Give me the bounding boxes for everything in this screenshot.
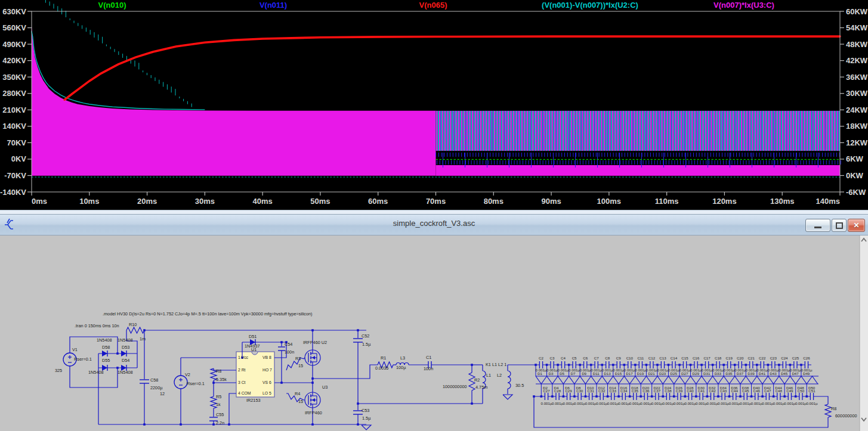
schematic-label: U3 <box>322 385 328 390</box>
schematic-label: 1m <box>140 336 146 342</box>
x-tick-label: 130ms <box>770 197 794 206</box>
schematic-label: C52 <box>362 333 369 339</box>
minimize-button[interactable] <box>805 219 830 232</box>
ladder-diode-label: D17 <box>626 371 633 376</box>
ladder-diode-label: D2 <box>543 386 548 390</box>
scrollbar-track[interactable] <box>860 235 868 431</box>
ltspice-app: 630KV560KV490KV420KV350KV280KV210KV140KV… <box>0 0 868 431</box>
schematic-label: 1.5µ <box>362 416 371 421</box>
ladder-cap-label: C23 <box>770 356 777 360</box>
ladder-diode-label: D30 <box>698 386 705 390</box>
ladder-cap-label: C15 <box>681 356 688 360</box>
x-tick-label: 110ms <box>655 197 679 206</box>
ladder-diode-label: D13 <box>604 371 611 376</box>
y-right-tick-label: -6KW <box>846 188 866 197</box>
ladder-cap-label: C13 <box>659 356 666 360</box>
schematic-label: C1 <box>426 355 431 360</box>
ladder-cap-label: C10 <box>626 356 634 360</box>
ladder-diode-label: D33 <box>715 371 722 376</box>
ic-pin-label: HO 7 <box>262 368 272 372</box>
ladder-cap-value: 0.001µ <box>795 401 807 405</box>
y-right-tick-label: 18KW <box>846 122 868 131</box>
schematic-titlebar[interactable]: simple_cockroft_V3.asc ✕ <box>0 215 868 235</box>
ic-pin-label: VB 8 <box>262 355 271 359</box>
x-tick-label: 0ms <box>32 197 47 206</box>
x-tick-label: 10ms <box>79 197 99 206</box>
schematic-label: 5.35k <box>216 377 227 382</box>
ladder-cap-value: 0.001µ <box>674 401 685 405</box>
y-right-tick-label: 48KW <box>846 40 868 49</box>
y-left-tick-label: -70KV <box>4 171 26 180</box>
ladder-diode-label: D35 <box>725 371 733 376</box>
schematic-label: 15 <box>298 363 303 368</box>
ladder-cap-value: 0.001µ <box>596 401 607 405</box>
schematic-label: 100µ <box>396 365 406 370</box>
y-left-tick-label: 420KV <box>2 56 26 65</box>
restore-icon <box>836 222 843 229</box>
ladder-diode-label: D38 <box>742 386 749 390</box>
legend-item: V(n065) <box>419 1 447 10</box>
window-controls: ✕ <box>805 219 865 232</box>
schematic-label: R4 <box>295 391 300 396</box>
window-top-strip <box>0 210 868 215</box>
ladder-diode-label: D8 <box>576 386 581 390</box>
ladder-cap-label: C3 <box>550 356 555 360</box>
ladder-cap-value: 0.001µ <box>618 401 629 405</box>
trace-magenta-lower-band <box>436 165 841 176</box>
ladder-diode-label: D24 <box>665 386 672 390</box>
ladder-diode-label: D37 <box>737 371 744 376</box>
x-tick-label: 120ms <box>712 197 736 206</box>
ladder-diode-label: D32 <box>709 386 716 390</box>
y-right-tick-label: 36KW <box>846 73 868 82</box>
ladder-diode-label: D11 <box>593 371 600 376</box>
schematic-label: 30.5 <box>515 383 524 388</box>
schematic-label: R8 <box>216 368 221 374</box>
restore-button[interactable] <box>832 219 847 232</box>
ladder-diode-label: D45 <box>781 371 788 376</box>
schematic-label: 0.0035 <box>375 365 388 371</box>
x-tick-label: 70ms <box>426 197 446 206</box>
ladder-diode-label: D18 <box>631 386 638 390</box>
ladder-cap-value: 0.001µ <box>684 401 696 405</box>
ladder-diode-label: D4 <box>554 386 559 390</box>
ladder-diode-label: D47 <box>792 371 799 376</box>
ladder-diode-label: D3 <box>549 371 554 376</box>
ladder-cap-label: C14 <box>671 356 678 360</box>
schematic-label: 1000000000 <box>443 384 467 389</box>
ladder-diode-label: D9 <box>582 371 586 376</box>
schematic-label: L2 <box>497 373 502 378</box>
schematic-label: IR2153 <box>246 398 261 403</box>
y-right-tick-label: 0KW <box>846 171 864 180</box>
schematic-label: 600000000 <box>835 413 857 418</box>
ladder-cap-value: 0.001µ <box>707 401 718 405</box>
x-tick-label: 90ms <box>541 197 561 206</box>
ladder-diode-label: D39 <box>747 371 755 376</box>
y-right-tick-label: 30KW <box>846 89 868 98</box>
x-tick-label: 140ms <box>816 197 840 206</box>
schematic-label: D55 <box>102 358 110 363</box>
ladder-cap-label: C22 <box>759 356 766 360</box>
schematic-label: 2.2n <box>216 420 224 426</box>
ladder-diode-label: D49 <box>803 371 810 376</box>
ladder-diode-label: D19 <box>637 371 644 376</box>
schematic-label: .tran 0 150ms 0ms 10n <box>75 323 119 328</box>
ladder-cap-value: 0.001µ <box>585 401 597 405</box>
x-tick-label: 80ms <box>484 197 503 206</box>
schematic-label: 1N5408 <box>118 370 133 375</box>
schematic-label: 4.75m <box>475 385 487 390</box>
ladder-diode-label: D43 <box>770 371 777 376</box>
schematic-label: 100n <box>285 349 294 355</box>
ladder-cap-label: C18 <box>715 356 722 360</box>
y-left-tick-label: 350KV <box>2 73 26 82</box>
x-tick-label: 20ms <box>137 197 157 206</box>
x-tick-label: 50ms <box>310 197 330 206</box>
ladder-cap-value: 0.001µ <box>751 401 762 405</box>
ladder-diode-label: D27 <box>681 371 688 376</box>
ladder-cap-label: C24 <box>781 356 788 360</box>
close-button[interactable]: ✕ <box>848 219 865 232</box>
legend-item: V(n011) <box>260 1 287 10</box>
ladder-diode-label: D26 <box>675 386 682 390</box>
schematic-label: C53 <box>362 408 369 413</box>
schematic-label: IRFP460 <box>305 410 322 416</box>
ladder-diode-label: D16 <box>620 386 628 390</box>
